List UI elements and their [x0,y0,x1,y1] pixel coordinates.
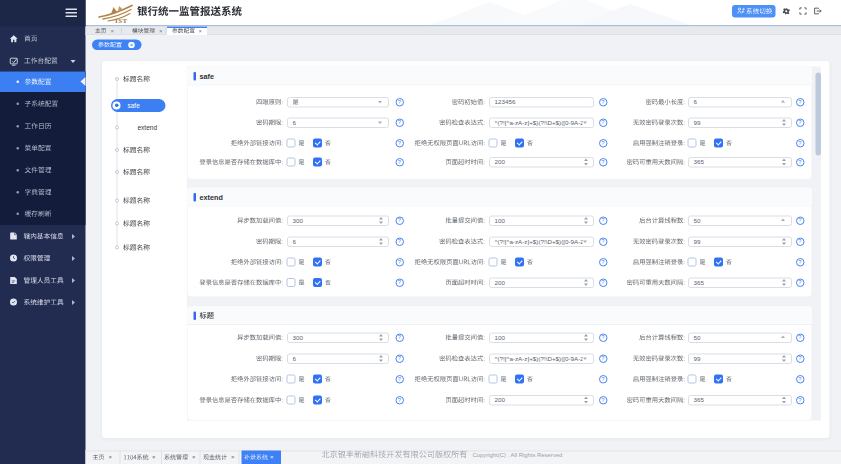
svg-text:IST: IST [115,17,128,24]
